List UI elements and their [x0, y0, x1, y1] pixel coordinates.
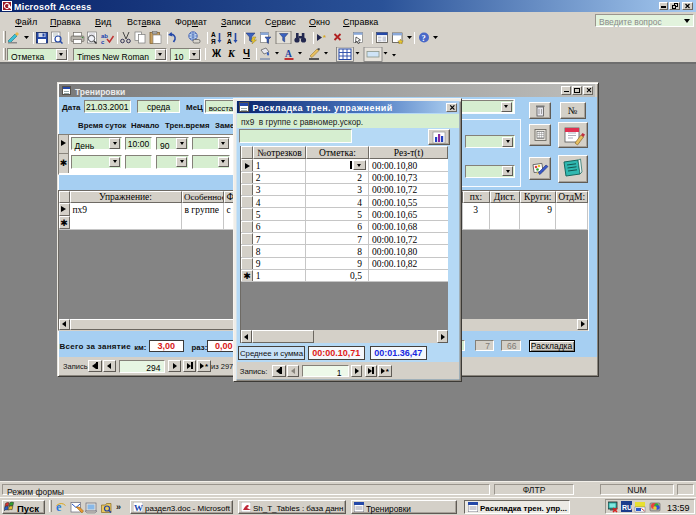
- svg-text:e: e: [56, 501, 62, 514]
- svg-text:c: c: [101, 39, 105, 45]
- svg-text:А: А: [227, 38, 232, 45]
- svg-text:?: ?: [422, 33, 426, 43]
- svg-text:Я: Я: [211, 38, 216, 45]
- svg-text:А: А: [285, 48, 292, 58]
- svg-text:RU: RU: [622, 503, 632, 510]
- svg-text:*: *: [323, 33, 327, 42]
- svg-text:W: W: [134, 503, 143, 513]
